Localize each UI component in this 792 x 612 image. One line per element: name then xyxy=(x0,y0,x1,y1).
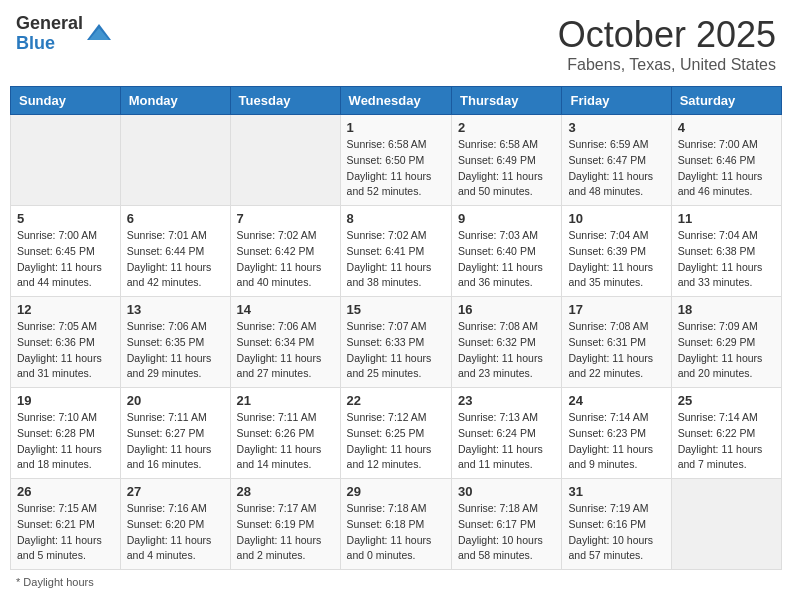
month-title: October 2025 xyxy=(558,14,776,56)
calendar-cell: 15Sunrise: 7:07 AMSunset: 6:33 PMDayligh… xyxy=(340,297,451,388)
day-info: Sunrise: 7:06 AMSunset: 6:35 PMDaylight:… xyxy=(127,319,224,382)
calendar-cell: 1Sunrise: 6:58 AMSunset: 6:50 PMDaylight… xyxy=(340,115,451,206)
day-number: 19 xyxy=(17,393,114,408)
calendar-cell: 31Sunrise: 7:19 AMSunset: 6:16 PMDayligh… xyxy=(562,479,671,570)
day-number: 21 xyxy=(237,393,334,408)
day-number: 7 xyxy=(237,211,334,226)
day-info: Sunrise: 7:05 AMSunset: 6:36 PMDaylight:… xyxy=(17,319,114,382)
calendar-cell: 24Sunrise: 7:14 AMSunset: 6:23 PMDayligh… xyxy=(562,388,671,479)
calendar-cell xyxy=(120,115,230,206)
title-area: October 2025 Fabens, Texas, United State… xyxy=(558,14,776,74)
day-info: Sunrise: 7:11 AMSunset: 6:26 PMDaylight:… xyxy=(237,410,334,473)
day-info: Sunrise: 7:00 AMSunset: 6:46 PMDaylight:… xyxy=(678,137,775,200)
calendar-week-row: 5Sunrise: 7:00 AMSunset: 6:45 PMDaylight… xyxy=(11,206,782,297)
calendar-cell xyxy=(230,115,340,206)
logo-icon xyxy=(85,20,113,48)
calendar-cell: 13Sunrise: 7:06 AMSunset: 6:35 PMDayligh… xyxy=(120,297,230,388)
day-info: Sunrise: 7:19 AMSunset: 6:16 PMDaylight:… xyxy=(568,501,664,564)
day-number: 16 xyxy=(458,302,555,317)
calendar-cell: 14Sunrise: 7:06 AMSunset: 6:34 PMDayligh… xyxy=(230,297,340,388)
calendar-header-thursday: Thursday xyxy=(452,87,562,115)
calendar-cell: 23Sunrise: 7:13 AMSunset: 6:24 PMDayligh… xyxy=(452,388,562,479)
day-number: 11 xyxy=(678,211,775,226)
day-info: Sunrise: 6:58 AMSunset: 6:49 PMDaylight:… xyxy=(458,137,555,200)
calendar-table: SundayMondayTuesdayWednesdayThursdayFrid… xyxy=(10,86,782,570)
day-info: Sunrise: 7:16 AMSunset: 6:20 PMDaylight:… xyxy=(127,501,224,564)
calendar-cell: 18Sunrise: 7:09 AMSunset: 6:29 PMDayligh… xyxy=(671,297,781,388)
day-info: Sunrise: 7:14 AMSunset: 6:22 PMDaylight:… xyxy=(678,410,775,473)
day-number: 28 xyxy=(237,484,334,499)
day-info: Sunrise: 7:10 AMSunset: 6:28 PMDaylight:… xyxy=(17,410,114,473)
calendar-cell: 9Sunrise: 7:03 AMSunset: 6:40 PMDaylight… xyxy=(452,206,562,297)
day-number: 30 xyxy=(458,484,555,499)
calendar-cell: 12Sunrise: 7:05 AMSunset: 6:36 PMDayligh… xyxy=(11,297,121,388)
logo: General Blue xyxy=(16,14,113,54)
day-number: 20 xyxy=(127,393,224,408)
day-number: 14 xyxy=(237,302,334,317)
calendar-header-saturday: Saturday xyxy=(671,87,781,115)
calendar-cell: 17Sunrise: 7:08 AMSunset: 6:31 PMDayligh… xyxy=(562,297,671,388)
day-number: 13 xyxy=(127,302,224,317)
day-info: Sunrise: 7:03 AMSunset: 6:40 PMDaylight:… xyxy=(458,228,555,291)
calendar-cell: 3Sunrise: 6:59 AMSunset: 6:47 PMDaylight… xyxy=(562,115,671,206)
day-info: Sunrise: 6:58 AMSunset: 6:50 PMDaylight:… xyxy=(347,137,445,200)
day-info: Sunrise: 7:17 AMSunset: 6:19 PMDaylight:… xyxy=(237,501,334,564)
logo-text: General Blue xyxy=(16,14,113,54)
day-info: Sunrise: 7:08 AMSunset: 6:32 PMDaylight:… xyxy=(458,319,555,382)
location-title: Fabens, Texas, United States xyxy=(558,56,776,74)
calendar-cell: 27Sunrise: 7:16 AMSunset: 6:20 PMDayligh… xyxy=(120,479,230,570)
calendar-cell: 11Sunrise: 7:04 AMSunset: 6:38 PMDayligh… xyxy=(671,206,781,297)
day-info: Sunrise: 7:04 AMSunset: 6:38 PMDaylight:… xyxy=(678,228,775,291)
day-number: 6 xyxy=(127,211,224,226)
calendar-cell: 29Sunrise: 7:18 AMSunset: 6:18 PMDayligh… xyxy=(340,479,451,570)
calendar-header-monday: Monday xyxy=(120,87,230,115)
calendar-header-tuesday: Tuesday xyxy=(230,87,340,115)
day-number: 1 xyxy=(347,120,445,135)
day-number: 9 xyxy=(458,211,555,226)
day-info: Sunrise: 7:02 AMSunset: 6:41 PMDaylight:… xyxy=(347,228,445,291)
calendar-cell: 10Sunrise: 7:04 AMSunset: 6:39 PMDayligh… xyxy=(562,206,671,297)
calendar-cell: 4Sunrise: 7:00 AMSunset: 6:46 PMDaylight… xyxy=(671,115,781,206)
calendar-cell: 2Sunrise: 6:58 AMSunset: 6:49 PMDaylight… xyxy=(452,115,562,206)
calendar-cell: 25Sunrise: 7:14 AMSunset: 6:22 PMDayligh… xyxy=(671,388,781,479)
day-info: Sunrise: 7:09 AMSunset: 6:29 PMDaylight:… xyxy=(678,319,775,382)
day-info: Sunrise: 7:11 AMSunset: 6:27 PMDaylight:… xyxy=(127,410,224,473)
calendar-cell: 16Sunrise: 7:08 AMSunset: 6:32 PMDayligh… xyxy=(452,297,562,388)
calendar-week-row: 1Sunrise: 6:58 AMSunset: 6:50 PMDaylight… xyxy=(11,115,782,206)
calendar-cell: 28Sunrise: 7:17 AMSunset: 6:19 PMDayligh… xyxy=(230,479,340,570)
day-info: Sunrise: 7:13 AMSunset: 6:24 PMDaylight:… xyxy=(458,410,555,473)
calendar-header-friday: Friday xyxy=(562,87,671,115)
day-number: 15 xyxy=(347,302,445,317)
day-number: 27 xyxy=(127,484,224,499)
day-number: 23 xyxy=(458,393,555,408)
calendar-week-row: 26Sunrise: 7:15 AMSunset: 6:21 PMDayligh… xyxy=(11,479,782,570)
day-info: Sunrise: 7:18 AMSunset: 6:17 PMDaylight:… xyxy=(458,501,555,564)
day-number: 4 xyxy=(678,120,775,135)
logo-general: General xyxy=(16,14,83,34)
day-number: 31 xyxy=(568,484,664,499)
day-info: Sunrise: 7:14 AMSunset: 6:23 PMDaylight:… xyxy=(568,410,664,473)
calendar-cell: 30Sunrise: 7:18 AMSunset: 6:17 PMDayligh… xyxy=(452,479,562,570)
day-info: Sunrise: 7:01 AMSunset: 6:44 PMDaylight:… xyxy=(127,228,224,291)
day-info: Sunrise: 7:18 AMSunset: 6:18 PMDaylight:… xyxy=(347,501,445,564)
day-number: 18 xyxy=(678,302,775,317)
calendar-week-row: 19Sunrise: 7:10 AMSunset: 6:28 PMDayligh… xyxy=(11,388,782,479)
day-number: 17 xyxy=(568,302,664,317)
day-number: 2 xyxy=(458,120,555,135)
daylight-label: Daylight hours xyxy=(23,576,93,588)
day-info: Sunrise: 7:12 AMSunset: 6:25 PMDaylight:… xyxy=(347,410,445,473)
calendar-header-sunday: Sunday xyxy=(11,87,121,115)
day-info: Sunrise: 7:15 AMSunset: 6:21 PMDaylight:… xyxy=(17,501,114,564)
day-info: Sunrise: 7:06 AMSunset: 6:34 PMDaylight:… xyxy=(237,319,334,382)
calendar-cell: 21Sunrise: 7:11 AMSunset: 6:26 PMDayligh… xyxy=(230,388,340,479)
day-number: 24 xyxy=(568,393,664,408)
day-info: Sunrise: 7:00 AMSunset: 6:45 PMDaylight:… xyxy=(17,228,114,291)
calendar-header-wednesday: Wednesday xyxy=(340,87,451,115)
day-number: 3 xyxy=(568,120,664,135)
day-info: Sunrise: 7:08 AMSunset: 6:31 PMDaylight:… xyxy=(568,319,664,382)
calendar-week-row: 12Sunrise: 7:05 AMSunset: 6:36 PMDayligh… xyxy=(11,297,782,388)
calendar-cell: 7Sunrise: 7:02 AMSunset: 6:42 PMDaylight… xyxy=(230,206,340,297)
calendar-cell: 20Sunrise: 7:11 AMSunset: 6:27 PMDayligh… xyxy=(120,388,230,479)
day-number: 29 xyxy=(347,484,445,499)
calendar-cell: 19Sunrise: 7:10 AMSunset: 6:28 PMDayligh… xyxy=(11,388,121,479)
